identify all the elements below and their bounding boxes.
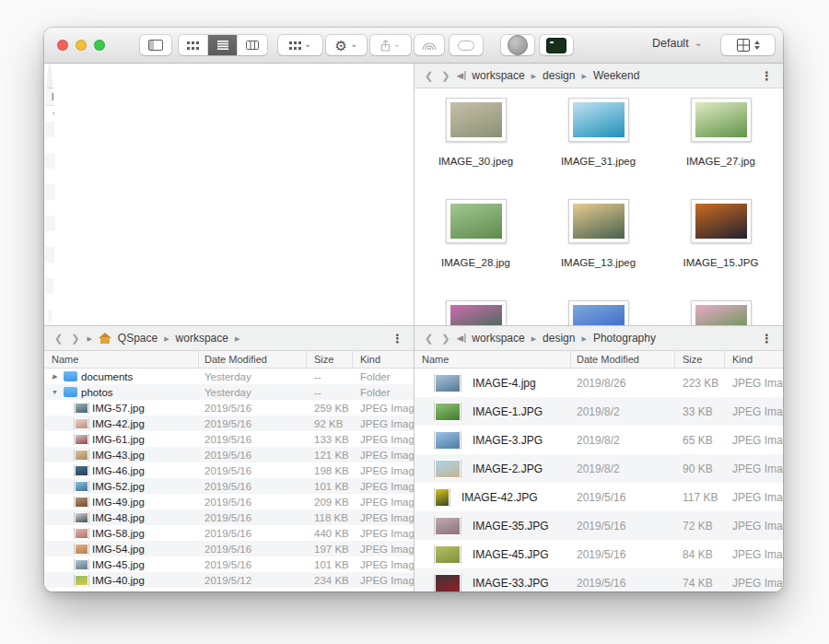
breadcrumb-item[interactable]: workspace [472,332,524,345]
file-row[interactable]: swig2019/7/10--Folder [44,184,55,200]
file-row[interactable]: IMAGE-35.JPG2019/5/1672 KBJPEG Image [414,511,783,540]
path-bar: ❮ ❯ ◀ workspace ▶ project ▶ tensorflow ▶… [44,64,55,88]
file-row[interactable]: IMG-49.jpg2019/5/16209 KBJPEG Image [44,494,414,509]
column-header-size[interactable]: Size [307,351,353,368]
grid-item[interactable]: IMAGE_13.jpeg [537,199,660,300]
file-row[interactable]: tensorfl…_builder2019/7/10--Folder [44,263,55,278]
pane-menu-button[interactable]: ⋮ [389,332,406,345]
breadcrumb-item[interactable]: workspace [472,69,524,82]
file-row[interactable]: IMAGE-33.JPG2019/5/1674 KBJPEG Image [414,568,783,591]
disclosure-triangle[interactable] [50,111,55,117]
airdrop-button[interactable] [414,35,444,55]
file-row[interactable]: proto_text2019/7/10--Folder [44,278,55,294]
file-row[interactable]: IMG-46.jpg2019/5/16198 KBJPEG Image [44,463,414,478]
file-row[interactable]: IMAGE-3.JPG2019/8/265 KBJPEG Image [414,426,783,454]
icon-view-button[interactable] [179,35,208,55]
disclosure-triangle[interactable] [50,389,60,395]
file-row[interactable]: IMG-54.jpg2019/5/16197 KBJPEG Image [44,541,414,556]
file-thumbnail [691,98,752,142]
file-row[interactable]: IMAGE-42.JPG2019/5/16117 KBJPEG Image [414,483,783,511]
grid-item[interactable]: IMAGE_27.jpg [660,98,782,199]
terminal-button[interactable] [540,35,573,55]
pane-workspace: ❮ ❯ ▶ QSpace ▶ workspace ▶ ⋮ Name Date M… [44,325,414,591]
breadcrumb-item[interactable]: Weekend [593,69,639,82]
toggle-sidebar-button[interactable] [140,35,171,55]
minimize-button[interactable] [76,40,87,51]
column-header-date[interactable]: Date Modified [199,351,307,368]
file-row[interactable]: benchmark2019/7/10--Folder [44,169,55,184]
arrange-group-button[interactable]: ⌄ [278,35,322,55]
file-row[interactable]: IMG-42.jpg2019/5/1692 KBJPEG Image [44,416,414,431]
grid-item[interactable]: IMAGE_28.jpg [414,199,537,300]
file-row[interactable]: IMAGE-1.JPG2019/8/233 KBJPEG Image [414,397,783,426]
file-row[interactable]: optimization2019/7/10--Folder [44,247,55,263]
disclosure-triangle[interactable] [50,373,60,380]
file-row[interactable]: IMG-57.jpg2019/5/16259 KBJPEG Image [44,400,414,416]
column-header-size[interactable]: Size [675,351,725,368]
pane-menu-button[interactable]: ⋮ [758,332,776,345]
breadcrumb-item[interactable]: design [543,69,575,82]
skip-back-icon[interactable]: ◀ [457,334,465,343]
file-row[interactable]: IMAGE-45.JPG2019/5/1684 KBJPEG Image [414,540,783,568]
forward-button[interactable]: ❯ [440,333,450,345]
share-button[interactable]: ⌄ [370,35,411,55]
breadcrumb-item[interactable]: design [543,332,575,345]
pane-menu-button[interactable]: ⋮ [758,69,776,83]
file-row[interactable]: IMG-40.jpg2019/5/12234 KBJPEG Image [44,572,414,588]
forward-button[interactable]: ❯ [440,70,450,82]
breadcrumb-item[interactable]: QSpace [118,332,158,345]
file-row[interactable]: IMAGE-4.jpg2019/8/26223 KBJPEG Image [414,369,783,397]
file-row[interactable]: pip_package2019/7/10--Folder [44,231,55,247]
column-view-button[interactable] [238,35,267,55]
column-header-name[interactable]: Name [414,351,571,368]
grid-item[interactable]: IMAGE_30.jpeg [414,98,537,199]
file-row[interactable]: IMAGE-2.JPG2019/8/290 KBJPEG Image [414,454,783,483]
list-header: Name Date Modified Size Kind [44,351,414,369]
file-row[interactable]: test2019/7/10--Folder [44,216,55,231]
file-row[interactable]: photosYesterday--Folder [44,384,414,400]
column-header-name[interactable]: Name [44,351,199,368]
file-row[interactable]: compatibility2019/7/10--Folder [44,137,55,153]
layout-preset-dropdown[interactable]: Default ⌄ [652,37,703,50]
file-row[interactable]: lib_package2019/7/10--Folder [44,294,55,310]
tag-button[interactable] [450,35,483,55]
file-row[interactable]: IMG-61.jpg2019/5/16133 KBJPEG Image [44,431,414,447]
column-header-name[interactable]: Name [44,88,55,105]
file-row[interactable]: IMG-45.jpg2019/5/16101 KBJPEG Image [44,556,414,572]
file-thumbnail [75,450,88,461]
actions-button[interactable]: ⚙ ⌄ [326,35,367,55]
file-row[interactable]: def_file_filter2019/7/10--Folder [44,153,55,169]
back-button[interactable]: ❮ [424,70,434,82]
folder-icon [64,387,77,397]
breadcrumb-item[interactable]: Photography [593,332,656,345]
file-row[interactable]: IMG-48.jpg2019/5/16118 KBJPEG Image [44,509,414,525]
sidebar-icon [148,40,163,51]
list-view-button[interactable] [208,35,238,55]
grid-item[interactable]: IMAGE_31.jpeg [537,98,660,199]
close-button[interactable] [57,40,68,51]
network-sphere-button[interactable] [501,35,534,55]
file-row[interactable]: docs2019/7/10--Folder [44,310,55,325]
back-button[interactable]: ❮ [53,333,64,345]
file-row[interactable]: documentsYesterday--Folder [44,369,414,384]
skip-back-icon[interactable]: ◀ [457,71,465,80]
back-button[interactable]: ❮ [424,333,434,345]
grid-item[interactable] [537,300,660,325]
grid-item[interactable] [660,300,782,325]
column-header-kind[interactable]: Kind [353,351,414,368]
file-row[interactable]: tensorflow2019/7/17--Folder [44,106,55,122]
back-button[interactable]: ❮ [53,70,55,82]
grid-item[interactable]: IMAGE_15.JPG [660,199,782,300]
zoom-button[interactable] [94,40,105,51]
breadcrumb-item[interactable]: workspace [176,332,228,345]
file-row[interactable]: IMG-52.jpg2019/5/16101 KBJPEG Image [44,478,414,494]
column-header-date[interactable]: Date Modified [571,351,675,368]
file-row[interactable]: tools2019/7/10--Folder [44,122,55,137]
file-row[interactable]: ci_build2019/7/10--Folder [44,200,55,216]
grid-item[interactable] [414,300,537,325]
column-header-kind[interactable]: Kind [725,351,783,368]
file-row[interactable]: IMG-58.jpg2019/5/16440 KBJPEG Image [44,525,414,541]
file-row[interactable]: IMG-43.jpg2019/5/16121 KBJPEG Image [44,447,414,463]
pane-layout-stepper[interactable] [721,35,775,55]
forward-button[interactable]: ❯ [70,333,80,345]
